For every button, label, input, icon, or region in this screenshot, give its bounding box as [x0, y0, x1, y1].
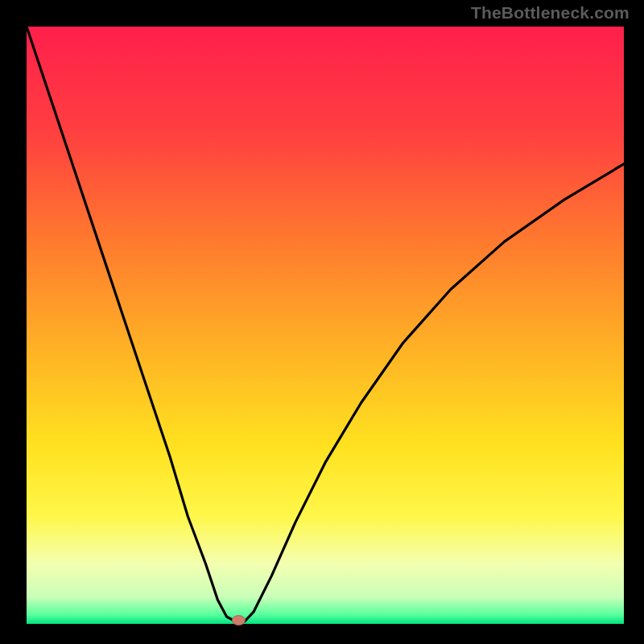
chart-frame: { "watermark": "TheBottleneck.com", "col…: [0, 0, 644, 644]
plot-background: [27, 27, 624, 624]
optimal-point-marker: [232, 616, 245, 625]
bottleneck-chart: [0, 0, 644, 644]
